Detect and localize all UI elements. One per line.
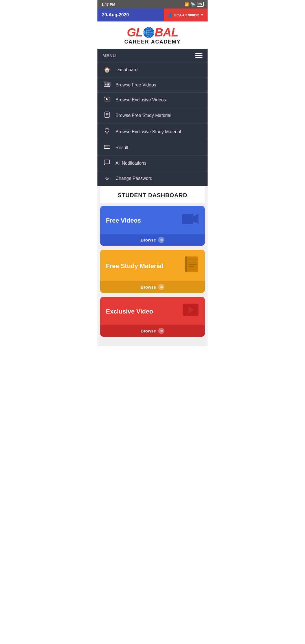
svg-point-16	[105, 128, 109, 132]
play-button-icon	[182, 303, 199, 320]
free-videos-card-title: Free Videos	[106, 217, 141, 224]
time: 1:47 PM	[101, 2, 115, 6]
youtube-icon: You	[103, 82, 111, 88]
status-icons: 📶 📡 85	[184, 2, 204, 7]
bulb-icon	[103, 128, 111, 136]
arrow-right-icon: ➜	[158, 237, 164, 243]
sidebar-item-result[interactable]: Result	[97, 140, 208, 155]
logo-global-text: GL	[127, 27, 143, 38]
sidebar-item-change-password[interactable]: ⚙ Change Password	[97, 171, 208, 186]
exclusive-video-card: Exclusive Video Browse ➜	[100, 297, 205, 337]
sidebar-item-dashboard[interactable]: 🏠 Dashboard	[97, 62, 208, 77]
nav-label-dashboard: Dashboard	[116, 67, 138, 72]
browse-label: Browse	[141, 238, 156, 242]
sidebar-item-browse-exclusive-videos[interactable]: Browse Exclusive Videos	[97, 92, 208, 107]
nav-list: 🏠 Dashboard You Browse Free Videos Brows…	[97, 62, 208, 186]
arrow-right-icon: ➜	[158, 284, 164, 290]
nav-label-browse-exclusive-videos: Browse Exclusive Videos	[116, 97, 166, 103]
nav-label-browse-free-study-material: Browse Free Study Material	[116, 113, 171, 118]
nav-label-browse-exclusive-study-material: Browse Exclusive Study Material	[116, 129, 181, 134]
sidebar-item-browse-free-videos[interactable]: You Browse Free Videos	[97, 77, 208, 92]
menu-bar: MENU	[97, 49, 208, 62]
chat-icon	[103, 160, 111, 167]
chevron-down-icon: ▼	[201, 13, 204, 17]
free-study-material-card: Free Study Material Browse ➜	[100, 250, 205, 293]
globe-icon	[143, 27, 155, 38]
sidebar-item-all-notifications[interactable]: All Notifications	[97, 155, 208, 171]
svg-marker-11	[106, 98, 108, 100]
header-bar: 20-Aug-2020 👤 GCA-CL/00012 ▼	[97, 8, 208, 21]
nav-label-browse-free-videos: Browse Free Videos	[116, 82, 156, 88]
sidebar-item-browse-free-study-material[interactable]: Browse Free Study Material	[97, 107, 208, 123]
status-bar: 1:47 PM 📶 📡 85	[97, 0, 208, 8]
menu-label: MENU	[103, 53, 116, 58]
exclusive-video-browse-button[interactable]: Browse ➜	[100, 325, 205, 337]
gear-icon: ⚙	[103, 175, 111, 182]
arrow-right-icon: ➜	[158, 328, 164, 334]
logo-global-text2: BAL	[155, 27, 178, 38]
signal-icon: 📶	[184, 2, 189, 6]
list-icon	[103, 144, 111, 151]
logo-row: GL BAL	[100, 27, 205, 38]
dashboard-title: STUDENT DASHBOARD	[100, 186, 205, 203]
nav-label-change-password: Change Password	[116, 176, 152, 181]
user-icon: 👤	[168, 13, 172, 17]
home-icon: 🏠	[103, 67, 111, 73]
browse-label: Browse	[141, 328, 156, 333]
hamburger-button[interactable]	[195, 53, 202, 58]
svg-marker-26	[193, 214, 199, 224]
browse-label: Browse	[141, 285, 156, 290]
nav-label-result: Result	[116, 145, 128, 150]
logo-career-text: CAREER ACADEMY	[100, 39, 205, 45]
free-study-material-browse-button[interactable]: Browse ➜	[100, 281, 205, 293]
book-icon	[103, 112, 111, 119]
sidebar-item-browse-exclusive-study-material[interactable]: Browse Exclusive Study Material	[97, 123, 208, 140]
video-camera-icon	[182, 212, 199, 229]
dashboard-section: STUDENT DASHBOARD Free Videos Browse ➜ F…	[97, 186, 208, 346]
free-videos-card: Free Videos Browse ➜	[100, 206, 205, 246]
battery-indicator: 85	[197, 2, 204, 7]
user-id: GCA-CL/00012	[174, 13, 199, 17]
user-profile-button[interactable]: 👤 GCA-CL/00012 ▼	[164, 8, 208, 21]
svg-rect-28	[185, 256, 187, 272]
play-icon	[103, 97, 111, 103]
free-study-material-card-title: Free Study Material	[106, 262, 163, 270]
exclusive-video-card-title: Exclusive Video	[106, 308, 153, 315]
notebook-icon	[184, 256, 199, 276]
wifi-icon: 📡	[191, 2, 195, 6]
svg-rect-25	[182, 214, 193, 224]
nav-label-all-notifications: All Notifications	[116, 161, 146, 166]
logo-area: GL BAL CAREER ACADEMY	[97, 21, 208, 49]
free-videos-browse-button[interactable]: Browse ➜	[100, 234, 205, 246]
header-date: 20-Aug-2020	[97, 8, 164, 21]
